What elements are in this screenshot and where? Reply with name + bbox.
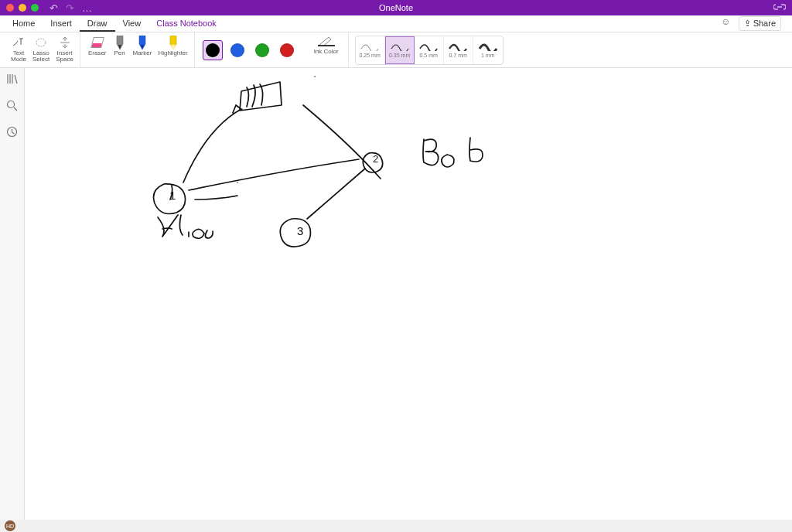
library-icon[interactable] — [6, 73, 19, 87]
lasso-icon — [35, 36, 47, 49]
drawing-canvas[interactable]: 2 3 1 — [25, 68, 792, 520]
color-black[interactable] — [203, 40, 223, 60]
draw-ribbon: Text Mode Lasso Select Insert Space Eras… — [0, 32, 792, 68]
color-green[interactable] — [252, 40, 272, 60]
eraser-button[interactable]: Eraser — [85, 34, 110, 58]
left-sidebar — [0, 68, 25, 532]
marker-icon — [138, 36, 147, 49]
lasso-select-button[interactable]: Lasso Select — [29, 34, 53, 64]
stroke-0-25[interactable]: 0.25 mm — [356, 36, 385, 64]
svg-point-10 — [314, 76, 316, 77]
highlighter-icon — [169, 36, 178, 49]
node-2-number: 2 — [373, 153, 378, 165]
window-controls — [6, 4, 39, 12]
stroke-0-7[interactable]: 0.7 mm — [444, 36, 473, 64]
more-button[interactable]: … — [82, 2, 92, 14]
app-title: OneNote — [379, 3, 413, 12]
color-red[interactable] — [277, 40, 297, 60]
quick-access: ↶ ↷ … — [50, 2, 92, 14]
text-mode-button[interactable]: Text Mode — [8, 34, 29, 64]
svg-point-0 — [36, 39, 46, 46]
maximize-button[interactable] — [31, 4, 39, 12]
tab-insert[interactable]: Insert — [43, 16, 80, 32]
node-3-number: 3 — [297, 224, 303, 237]
stroke-0-35[interactable]: 0.35 mm — [385, 36, 415, 64]
minimize-button[interactable] — [19, 4, 26, 12]
insert-space-button[interactable]: Insert Space — [53, 34, 77, 64]
ribbon-tabs: Home Insert Draw View Class Notebook ☺ ⇪… — [0, 15, 792, 32]
link-icon[interactable] — [773, 2, 786, 14]
marker-button[interactable]: Marker — [130, 34, 155, 58]
eraser-icon — [92, 36, 103, 49]
svg-point-11 — [237, 182, 238, 183]
highlighter-button[interactable]: Highlighter — [155, 34, 190, 58]
redo-button[interactable]: ↷ — [66, 2, 74, 14]
pen-button[interactable]: Pen — [110, 34, 130, 58]
svg-point-8 — [8, 101, 15, 108]
ink-color-button[interactable]: Ink Color — [308, 34, 345, 56]
search-icon[interactable] — [6, 100, 18, 114]
color-swatches — [196, 32, 303, 67]
svg-rect-7 — [318, 45, 335, 46]
text-cursor-icon — [12, 36, 25, 49]
emoji-reaction-icon[interactable]: ☺ — [721, 16, 730, 31]
stroke-0-5[interactable]: 0.5 mm — [415, 36, 444, 64]
tab-draw[interactable]: Draw — [80, 16, 115, 32]
undo-button[interactable]: ↶ — [50, 2, 58, 14]
color-blue[interactable] — [227, 40, 248, 60]
status-bar: HD — [0, 520, 792, 532]
recent-icon[interactable] — [6, 126, 18, 140]
titlebar: ↶ ↷ … OneNote — [0, 0, 792, 15]
avatar[interactable]: HD — [5, 520, 15, 531]
tab-view[interactable]: View — [115, 16, 149, 32]
stroke-1[interactable]: 1 mm — [473, 36, 503, 64]
close-button[interactable] — [6, 4, 14, 12]
tab-home[interactable]: Home — [5, 16, 43, 32]
tab-class-notebook[interactable]: Class Notebook — [148, 16, 224, 32]
pen-icon — [115, 36, 125, 49]
share-button[interactable]: ⇪ Share — [739, 16, 781, 31]
insert-space-icon — [59, 36, 71, 49]
pencil-color-icon — [318, 36, 335, 46]
stroke-width-group: 0.25 mm 0.35 mm 0.5 mm 0.7 mm 1 mm — [355, 36, 504, 65]
node-1-number: 1 — [169, 189, 176, 202]
